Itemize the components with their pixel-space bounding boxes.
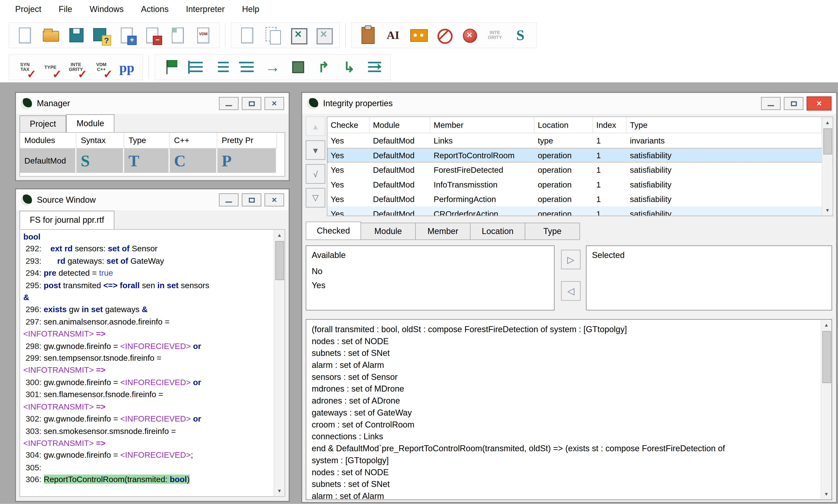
continue-icon[interactable] — [261, 56, 284, 78]
source-close-button[interactable]: × — [265, 194, 284, 206]
clipboard-icon[interactable] — [356, 24, 379, 47]
integrity-column-header[interactable]: Checke — [328, 117, 370, 133]
integrity-column-header[interactable]: Module — [370, 117, 430, 133]
code-editor[interactable]: bool 292: ext rd sensors: set of Sensor … — [20, 229, 285, 497]
menu-file[interactable]: File — [50, 4, 81, 14]
save-query-icon[interactable] — [90, 24, 113, 47]
integrity-property-row[interactable]: YesDefaultModInfoTransmisstionoperation1… — [328, 177, 833, 192]
stop-debug-icon[interactable] — [287, 56, 310, 78]
trace-icon[interactable] — [363, 56, 386, 78]
integrity-output-scrollbar[interactable]: ▲ ▼ — [821, 320, 832, 500]
integrity-close-button[interactable]: × — [807, 96, 832, 111]
integrity-check-icon[interactable]: INTE GRITY — [65, 56, 87, 78]
outdent-icon[interactable] — [236, 56, 259, 78]
available-item[interactable]: Yes — [306, 278, 554, 292]
filter-button[interactable]: ▽ — [306, 188, 326, 208]
move-up-button[interactable]: ▲ — [306, 116, 326, 136]
new-file-icon[interactable] — [14, 24, 36, 47]
stop-icon[interactable] — [458, 24, 481, 47]
menu-actions[interactable]: Actions — [132, 4, 177, 14]
manager-close-button[interactable]: × — [265, 97, 284, 110]
available-item[interactable]: No — [306, 265, 554, 278]
scroll-up-button[interactable]: ▲ — [821, 320, 832, 330]
type-check-icon[interactable]: TYPE — [39, 56, 62, 78]
integrity-maximize-button[interactable] — [784, 97, 803, 110]
close-all-windows-icon[interactable] — [312, 24, 335, 47]
available-listbox[interactable]: Available NoYes — [306, 245, 555, 310]
filter-tab-module[interactable]: Module — [361, 223, 416, 240]
step-over-icon[interactable] — [338, 56, 361, 78]
tab-source-file[interactable]: FS for journal ppr.rtf — [20, 211, 115, 229]
flag-icon[interactable] — [159, 56, 182, 78]
open-file-icon[interactable] — [39, 24, 62, 47]
manager-column-header[interactable]: Type — [124, 133, 170, 148]
copy-window-icon[interactable] — [261, 24, 284, 47]
integrity-column-header[interactable]: Member — [430, 117, 535, 133]
interrupt-icon[interactable] — [433, 24, 455, 47]
vdm-file-icon[interactable] — [192, 24, 215, 47]
integrity-column-header[interactable]: Type — [627, 117, 822, 133]
menu-project[interactable]: Project — [6, 4, 50, 14]
manager-tab-module[interactable]: Module — [66, 114, 115, 133]
selected-listbox[interactable]: Selected — [586, 245, 832, 310]
move-down-button[interactable]: ▼ — [306, 140, 326, 160]
integrity-table-scrollbar[interactable]: ▲ ▼ — [822, 117, 833, 216]
integrity-titlebar[interactable]: Integrity properties × — [302, 93, 836, 114]
menu-help[interactable]: Help — [233, 4, 268, 14]
close-window-icon[interactable] — [287, 24, 310, 47]
syntax-check-icon[interactable]: SYN TAX — [14, 56, 36, 78]
integrity-output-panel[interactable]: (forall transmited : bool, oldSt : compo… — [306, 319, 832, 500]
filter-tab-member[interactable]: Member — [415, 223, 471, 240]
font-icon[interactable]: AI — [382, 24, 404, 47]
manager-minimize-button[interactable] — [219, 97, 239, 110]
integrity-minimize-button[interactable] — [761, 97, 781, 110]
integrity-property-row[interactable]: YesDefaultModPerformingActionoperation1s… — [328, 192, 833, 206]
manager-titlebar[interactable]: Manager × — [16, 93, 289, 114]
pretty-print-icon[interactable]: pp — [116, 56, 138, 78]
integrity-disabled-icon[interactable]: INTE GRITY — [484, 24, 506, 47]
scroll-thumb[interactable] — [275, 241, 284, 280]
manager-column-header[interactable]: Syntax — [76, 133, 124, 148]
step-in-icon[interactable] — [312, 56, 335, 78]
new-project-icon[interactable] — [167, 24, 189, 47]
integrity-property-row[interactable]: YesDefaultModCROrderforActionoperation1s… — [328, 206, 833, 216]
integrity-column-header[interactable]: Index — [593, 117, 627, 133]
integrity-property-row[interactable]: YesDefaultModLinkstype1invariants — [328, 133, 833, 148]
scroll-thumb[interactable] — [822, 331, 831, 383]
sigma-icon[interactable]: S — [509, 24, 532, 47]
manager-column-header[interactable]: Pretty Pr — [217, 133, 277, 148]
menu-interpreter[interactable]: Interpreter — [177, 4, 233, 14]
codegen-cpp-icon[interactable]: VDM C++ — [90, 56, 113, 78]
integrity-property-row[interactable]: YesDefaultModForestFireDetectedoperation… — [328, 163, 833, 177]
manager-column-header[interactable]: Modules — [20, 133, 76, 148]
filter-tab-type[interactable]: Type — [525, 223, 580, 240]
check-property-button[interactable]: √ — [306, 164, 326, 184]
add-file-icon[interactable] — [116, 24, 138, 47]
scroll-up-button[interactable]: ▲ — [822, 117, 833, 128]
menu-windows[interactable]: Windows — [81, 4, 132, 14]
source-titlebar[interactable]: Source Window × — [16, 190, 289, 210]
filter-tab-checked[interactable]: Checked — [306, 221, 361, 240]
scroll-down-button[interactable]: ▼ — [822, 205, 833, 216]
manager-module-row[interactable]: DefaultModSTCP — [20, 148, 285, 174]
scroll-up-button[interactable]: ▲ — [274, 230, 285, 240]
source-scrollbar[interactable]: ▲ ▼ — [274, 230, 285, 496]
manager-maximize-button[interactable] — [242, 97, 261, 110]
log-window-icon[interactable] — [407, 24, 430, 47]
remove-file-icon[interactable] — [141, 24, 164, 47]
move-to-selected-button[interactable]: ▷ — [561, 250, 580, 269]
scroll-down-button[interactable]: ▼ — [274, 485, 285, 496]
indent-icon[interactable] — [210, 56, 233, 78]
source-maximize-button[interactable] — [242, 194, 261, 206]
save-file-icon[interactable] — [65, 24, 87, 47]
breakpoints-icon[interactable] — [185, 56, 208, 78]
new-window-icon[interactable] — [236, 24, 259, 47]
integrity-property-row[interactable]: YesDefaultModReportToControlRoomoperatio… — [328, 148, 833, 163]
source-minimize-button[interactable] — [219, 194, 239, 206]
scroll-down-button[interactable]: ▼ — [821, 489, 832, 500]
manager-tab-project[interactable]: Project — [20, 115, 66, 133]
manager-column-header[interactable]: C++ — [170, 133, 217, 148]
move-to-available-button[interactable]: ◁ — [561, 281, 580, 301]
scroll-thumb[interactable] — [823, 128, 832, 154]
filter-tab-location[interactable]: Location — [470, 223, 525, 240]
